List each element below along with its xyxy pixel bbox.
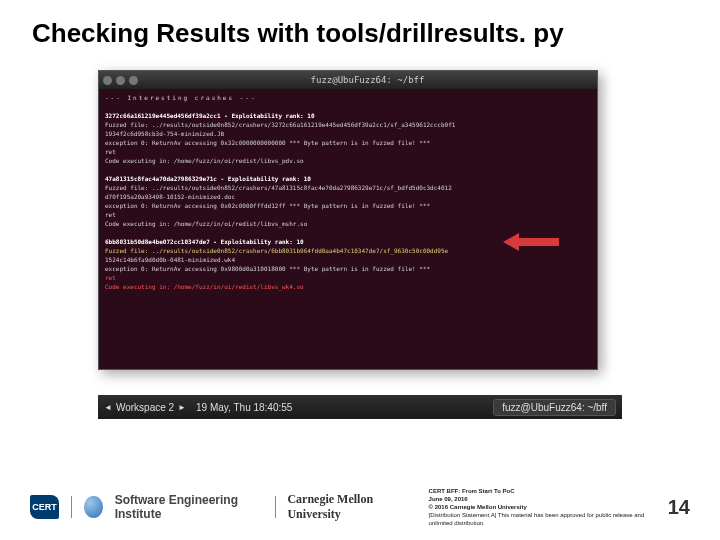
footer-meta: CERT BFF: From Start To PoC June 09, 201… (429, 487, 668, 527)
min-icon[interactable] (116, 76, 125, 85)
footer-divider (71, 496, 72, 518)
slide-title: Checking Results with tools/drillresults… (32, 18, 564, 49)
terminal-title: fuzz@UbuFuzz64: ~/bff (142, 75, 593, 85)
close-icon[interactable] (103, 76, 112, 85)
chevron-right-icon: ► (178, 403, 186, 412)
page-number: 14 (668, 496, 690, 519)
footer-divider (275, 496, 276, 518)
footer-logo-strip: CERT Software Engineering Institute Carn… (30, 492, 409, 522)
workspace-label: Workspace 2 (116, 402, 174, 413)
terminal-titlebar: fuzz@UbuFuzz64: ~/bff (99, 71, 597, 89)
slide: Checking Results with tools/drillresults… (0, 0, 720, 540)
globe-icon (84, 496, 103, 518)
footer-meta-distribution: [Distribution Statement A] This material… (429, 511, 668, 527)
chevron-left-icon: ◄ (104, 403, 112, 412)
taskbar-datetime: 19 May, Thu 18:40:55 (196, 402, 292, 413)
workspace-switcher[interactable]: ◄ Workspace 2 ► (104, 402, 186, 413)
footer-sei: Software Engineering Institute (115, 493, 263, 521)
embedded-screenshot: CERT Software Engineering Institute Carn… (98, 70, 622, 400)
desktop-taskbar: ◄ Workspace 2 ► 19 May, Thu 18:40:55 fuz… (98, 395, 622, 419)
footer-meta-copyright: © 2016 Carnegie Mellon University (429, 503, 668, 511)
taskbar-app-button[interactable]: fuzz@UbuFuzz64: ~/bff (493, 399, 616, 416)
footer-cert-badge: CERT (30, 495, 59, 519)
footer-meta-date: June 09, 2016 (429, 495, 668, 503)
footer-cmu: Carnegie Mellon University (287, 492, 408, 522)
terminal-output: --- Interesting crashes --- 3272c66a1612… (99, 89, 597, 295)
slide-footer: CERT Software Engineering Institute Carn… (30, 488, 690, 526)
footer-meta-title: CERT BFF: From Start To PoC (429, 487, 668, 495)
max-icon[interactable] (129, 76, 138, 85)
terminal-window: fuzz@UbuFuzz64: ~/bff --- Interesting cr… (98, 70, 598, 370)
